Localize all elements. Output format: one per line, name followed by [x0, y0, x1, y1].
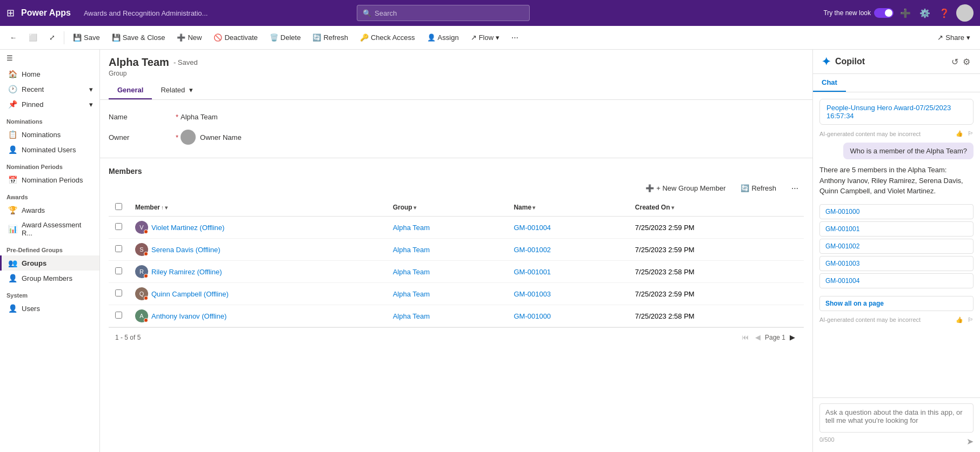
group-link-0[interactable]: Alpha Team	[393, 224, 430, 232]
sidebar-item-users[interactable]: 👤 Users	[0, 301, 99, 316]
copilot-link-2[interactable]: GM-001002	[819, 239, 974, 254]
add-icon[interactable]: ➕	[898, 6, 913, 21]
table-row: Q Quinn Campbell (Offline) Alpha Team GM…	[109, 283, 804, 305]
sidebar-pinned[interactable]: 📌 Pinned ▾	[0, 97, 99, 112]
search-input[interactable]	[375, 9, 524, 17]
row-checkbox-0[interactable]	[115, 223, 122, 230]
next-page-button[interactable]: ▶	[788, 332, 797, 342]
select-all-checkbox[interactable]	[115, 203, 122, 210]
sidebar-item-group-members[interactable]: 👤 Group Members	[0, 271, 99, 286]
name-link-2[interactable]: GM-001001	[514, 268, 551, 276]
col-member[interactable]: Member ↑ ▾	[129, 199, 386, 217]
name-value[interactable]: Alpha Team	[181, 113, 217, 121]
refresh-icon: 🔄	[312, 33, 321, 42]
copilot-settings-button[interactable]: ⚙	[962, 56, 971, 68]
share-button[interactable]: ↗ Share ▾	[932, 31, 976, 44]
sidebar-item-nominations[interactable]: 📋 Nominations	[0, 127, 99, 142]
name-link-0[interactable]: GM-001004	[514, 224, 551, 232]
member-link-4[interactable]: Anthony Ivanov (Offline)	[151, 312, 226, 320]
created-filter-icon: ▾	[671, 205, 674, 211]
member-link-0[interactable]: Violet Martinez (Offline)	[151, 224, 224, 232]
show-all-button[interactable]: Show all on a page	[819, 296, 974, 311]
row-checkbox-1[interactable]	[115, 245, 122, 252]
sidebar-item-award-assessment[interactable]: 📊 Award Assessment R...	[0, 218, 99, 240]
prev-page-button[interactable]: ◀	[753, 332, 763, 342]
col-name[interactable]: Name ▾	[507, 199, 628, 217]
sidebar-item-nomination-periods[interactable]: 📅 Nomination Periods	[0, 172, 99, 187]
waffle-icon[interactable]: ⊞	[6, 7, 15, 19]
flow-chevron-icon: ▾	[496, 33, 499, 42]
copilot-link-4[interactable]: GM-001004	[819, 273, 974, 288]
sidebar-item-groups[interactable]: 👥 Groups	[0, 255, 99, 271]
help-icon[interactable]: ❓	[937, 6, 952, 21]
assign-button[interactable]: 👤 Assign	[422, 31, 464, 44]
col-created-on[interactable]: Created On ▾	[629, 199, 804, 217]
member-link-3[interactable]: Quinn Campbell (Offline)	[151, 290, 229, 298]
group-link-4[interactable]: Alpha Team	[393, 312, 430, 320]
owner-value[interactable]: Owner Name	[181, 130, 242, 145]
name-link-4[interactable]: GM-001000	[514, 312, 551, 320]
more-button[interactable]: ⋯	[506, 31, 524, 44]
member-sort[interactable]: Member ↑ ▾	[135, 204, 380, 211]
copilot-input[interactable]	[819, 403, 974, 433]
tab-general[interactable]: General	[109, 82, 152, 99]
view-toggle-button[interactable]: ⬜	[23, 31, 43, 44]
sidebar-recent[interactable]: 🕐 Recent ▾	[0, 82, 99, 97]
tab-related[interactable]: Related ▾	[152, 82, 201, 99]
name-link-1[interactable]: GM-001002	[514, 246, 551, 254]
thumbs-up-icon-bottom[interactable]: 👍	[956, 316, 963, 323]
name-sort[interactable]: Name ▾	[514, 204, 622, 211]
nominations-icon: 📋	[8, 130, 17, 139]
copilot-link-3[interactable]: GM-001003	[819, 256, 974, 271]
sidebar-home[interactable]: 🏠 Home	[0, 66, 99, 82]
sidebar-hamburger[interactable]: ☰	[0, 50, 99, 66]
first-page-button[interactable]: ⏮	[739, 332, 751, 342]
copilot-tab-chat[interactable]: Chat	[813, 74, 846, 92]
member-link-2[interactable]: Riley Ramirez (Offline)	[151, 268, 222, 276]
group-link-1[interactable]: Alpha Team	[393, 246, 430, 254]
member-link-1[interactable]: Serena Davis (Offline)	[151, 246, 221, 254]
copilot-link-0[interactable]: GM-001000	[819, 204, 974, 219]
members-refresh-button[interactable]: 🔄 Refresh	[735, 182, 782, 194]
new-button[interactable]: ➕ New	[171, 31, 207, 44]
new-group-member-button[interactable]: ➕ + New Group Member	[640, 182, 731, 194]
thumbs-down-icon-top[interactable]: 🏳	[968, 130, 974, 137]
row-checkbox-3[interactable]	[115, 289, 122, 296]
recent-icon: 🕐	[8, 85, 17, 93]
try-new-toggle[interactable]	[874, 8, 894, 18]
group-link-2[interactable]: Alpha Team	[393, 268, 430, 276]
refresh-button[interactable]: 🔄 Refresh	[307, 31, 354, 44]
created-sort[interactable]: Created On ▾	[635, 204, 797, 211]
group-sort[interactable]: Group ▾	[393, 204, 501, 211]
back-button[interactable]: ←	[4, 31, 22, 44]
save-close-button[interactable]: 💾 Save & Close	[106, 31, 171, 44]
name-link-3[interactable]: GM-001003	[514, 290, 551, 298]
copilot-refresh-button[interactable]: ↺	[950, 56, 959, 68]
sidebar-item-awards[interactable]: 🏆 Awards	[0, 203, 99, 218]
row-checkbox-2[interactable]	[115, 267, 122, 274]
settings-icon[interactable]: ⚙️	[917, 6, 932, 21]
sidebar-item-nominated-users[interactable]: 👤 Nominated Users	[0, 142, 99, 157]
thumbs-down-icon-bottom[interactable]: 🏳	[968, 316, 974, 323]
row-checkbox-4[interactable]	[115, 312, 122, 319]
deactivate-button[interactable]: 🚫 Deactivate	[208, 31, 263, 44]
row-checkbox-cell	[109, 261, 129, 283]
delete-button[interactable]: 🗑️ Delete	[264, 31, 306, 44]
pop-out-button[interactable]: ⤢	[44, 31, 61, 44]
thumbs-up-icon-top[interactable]: 👍	[956, 130, 963, 137]
members-more-button[interactable]: ⋯	[786, 182, 804, 194]
copilot-send-button[interactable]: ➤	[966, 436, 974, 447]
user-avatar[interactable]	[956, 4, 974, 22]
search-box[interactable]: 🔍	[357, 5, 530, 21]
pinned-icon: 📌	[8, 100, 17, 109]
members-more-icon: ⋯	[791, 184, 798, 192]
flow-button[interactable]: ↗ Flow ▾	[465, 31, 505, 44]
check-access-button[interactable]: 🔑 Check Access	[355, 31, 421, 44]
group-link-3[interactable]: Alpha Team	[393, 290, 430, 298]
copilot-link-1[interactable]: GM-001001	[819, 221, 974, 237]
col-group[interactable]: Group ▾	[386, 199, 508, 217]
copilot-body: People-Unsung Hero Award-07/25/2023 16:5…	[813, 92, 980, 397]
chat-initial-card[interactable]: People-Unsung Hero Award-07/25/2023 16:5…	[819, 99, 974, 125]
save-button[interactable]: 💾 Save	[68, 31, 105, 44]
users-icon: 👤	[8, 304, 17, 313]
